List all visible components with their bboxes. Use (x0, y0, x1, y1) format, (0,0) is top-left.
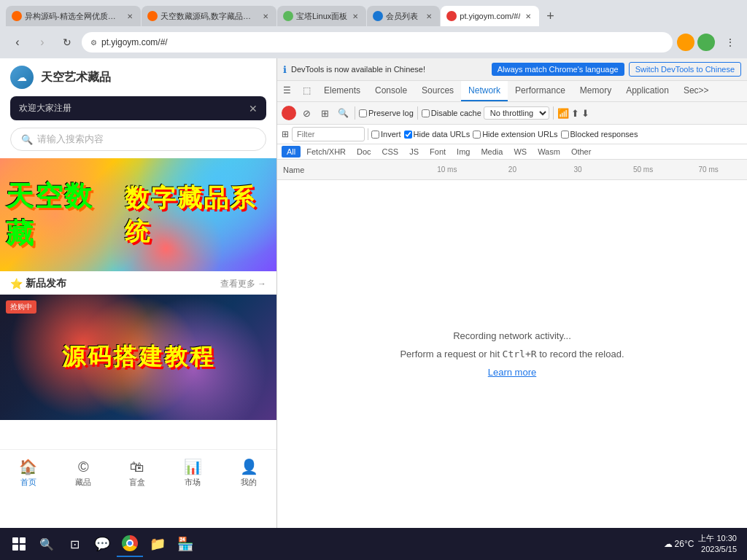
tab-security[interactable]: Sec>> (676, 81, 716, 101)
tab-1[interactable]: 异构源码-精选全网优质站长... ✕ (6, 6, 141, 26)
tab-3[interactable]: 宝塔Linux面板 ✕ (277, 6, 366, 26)
hide-data-checkbox[interactable] (404, 131, 412, 139)
tab-sources[interactable]: Sources (414, 81, 461, 101)
devtools-panel: ℹ DevTools is now available in Chinese! … (277, 58, 747, 528)
tab-title-3: 宝塔Linux面板 (296, 11, 347, 22)
taskbar-chrome[interactable] (117, 531, 143, 557)
filter-icon-btn[interactable]: ⊞ (317, 105, 333, 121)
section-link[interactable]: 查看更多 → (220, 278, 266, 290)
hero-banner: 天空数藏 数字藏品系统 (0, 158, 276, 271)
nav-item-market[interactable]: 📊 市场 (184, 458, 202, 488)
record-button[interactable] (282, 106, 296, 120)
taskbar-store[interactable]: 🏪 (172, 531, 198, 557)
chrome-icon (122, 535, 138, 551)
hide-ext-checkbox-label[interactable]: Hide extension URLs (473, 130, 557, 139)
info-icon: ℹ (283, 64, 287, 75)
reload-button[interactable]: ↻ (57, 32, 77, 52)
taskbar-time: 上午 10:30 (698, 533, 737, 544)
clear-button[interactable]: ⊘ (298, 105, 314, 121)
tab-close-5[interactable]: ✕ (523, 11, 533, 21)
filter-tab-doc[interactable]: Doc (352, 146, 376, 158)
invert-label: Invert (381, 130, 401, 139)
filter-tab-all[interactable]: All (282, 146, 301, 158)
filter-tab-img[interactable]: Img (452, 146, 475, 158)
taskbar-right-area: ☁ 26°C 上午 10:30 2023/5/15 (664, 533, 741, 556)
windows-start-button[interactable] (6, 531, 32, 557)
blind-box-icon: 🛍 (130, 459, 144, 475)
nav-item-profile[interactable]: 👤 我的 (240, 458, 258, 488)
disable-cache-checkbox[interactable] (422, 109, 430, 117)
tab-close-1[interactable]: ✕ (125, 11, 135, 21)
timeline-mark-5: 70 ms (676, 166, 741, 174)
throttling-select[interactable]: No throttling (484, 106, 549, 120)
filter-tab-media[interactable]: Media (476, 146, 508, 158)
preserve-log-checkbox-label[interactable]: Preserve log (359, 109, 414, 117)
taskbar-wechat[interactable]: 💬 (89, 531, 115, 557)
taskbar-clock: 上午 10:30 2023/5/15 (698, 533, 737, 556)
app-logo: ☁ (10, 66, 34, 89)
filter-input[interactable] (292, 127, 365, 141)
new-tab-button[interactable]: + (540, 6, 560, 26)
toolbar-separator-3 (553, 106, 554, 120)
back-button[interactable]: ‹ (7, 32, 28, 52)
extension-icon-1[interactable] (677, 34, 694, 51)
nav-item-home[interactable]: 🏠 首页 (19, 458, 37, 488)
welcome-close-button[interactable]: ✕ (249, 103, 258, 114)
search-icon-btn[interactable]: 🔍 (335, 105, 351, 121)
filter-tab-fetch[interactable]: Fetch/XHR (301, 146, 351, 158)
wifi-icon[interactable]: 📶 (557, 108, 569, 119)
devtools-tab-icon2[interactable]: ⬚ (297, 81, 317, 101)
filter-tab-ws[interactable]: WS (508, 146, 532, 158)
section-header: ⭐ 新品发布 查看更多 → (0, 271, 276, 295)
tab-close-3[interactable]: ✕ (350, 11, 360, 21)
nav-item-collection[interactable]: © 藏品 (75, 459, 91, 488)
extension-icon-2[interactable] (697, 34, 715, 51)
extensions-area (677, 34, 715, 51)
devtools-toolbar: ⊘ ⊞ 🔍 Preserve log Disable cache No thro… (277, 102, 747, 125)
tab-performance[interactable]: Performance (508, 81, 573, 101)
notify-message: DevTools is now available in Chinese! (291, 65, 487, 74)
tab-close-2[interactable]: ✕ (260, 11, 271, 21)
taskbar-weather-widget[interactable]: ☁ 26°C (664, 539, 694, 549)
filter-tab-js[interactable]: JS (404, 146, 424, 158)
search-bar[interactable]: 🔍 请输入搜索内容 (10, 128, 266, 151)
download-icon[interactable]: ⬇ (581, 108, 589, 119)
more-button[interactable]: ⋮ (719, 32, 740, 52)
filter-funnel-icon: ⊞ (282, 129, 289, 139)
tab-network[interactable]: Network (461, 81, 508, 101)
learn-more-link[interactable]: Learn more (488, 367, 536, 378)
filter-tab-wasm[interactable]: Wasm (533, 146, 565, 158)
filter-tab-css[interactable]: CSS (377, 146, 404, 158)
tab-elements[interactable]: Elements (317, 81, 368, 101)
nav-item-blind-box[interactable]: 🛍 盲盒 (129, 459, 145, 488)
filter-tab-font[interactable]: Font (425, 146, 451, 158)
tab-application[interactable]: Application (619, 81, 676, 101)
blocked-checkbox-label[interactable]: Blocked responses (561, 130, 638, 139)
taskbar-search-button[interactable]: 🔍 (34, 531, 60, 557)
taskbar-task-view[interactable]: ⊡ (61, 531, 88, 557)
forward-button[interactable]: › (32, 32, 53, 52)
preserve-log-checkbox[interactable] (359, 109, 367, 117)
devtools-tab-icon1[interactable]: ☰ (277, 81, 297, 101)
hide-ext-checkbox[interactable] (473, 131, 481, 139)
tab-console[interactable]: Console (368, 81, 414, 101)
product-banner: 抢购中 源码搭建教程 (0, 295, 276, 420)
invert-checkbox[interactable] (371, 131, 379, 139)
tab-2[interactable]: 天空数藏源码,数字藏品源码... ✕ (142, 6, 276, 26)
taskbar-file-explorer[interactable]: 📁 (144, 531, 171, 557)
tab-favicon-4 (373, 11, 383, 21)
switch-chinese-button[interactable]: Switch DevTools to Chinese (629, 62, 741, 77)
disable-cache-checkbox-label[interactable]: Disable cache (422, 109, 481, 117)
filter-tab-other[interactable]: Other (566, 146, 597, 158)
match-language-button[interactable]: Always match Chrome's language (492, 63, 624, 76)
hide-data-checkbox-label[interactable]: Hide data URLs (404, 130, 471, 139)
url-bar[interactable]: ⚙ pt.yigoym.com/#/ (82, 32, 673, 52)
main-content-area: ☁ 天空艺术藏品 欢迎大家注册 ✕ 🔍 请输入搜索内容 天空数藏 数字藏品系统 (0, 58, 747, 528)
invert-checkbox-label[interactable]: Invert (371, 130, 401, 139)
tab-4[interactable]: 会员列表 ✕ (367, 6, 440, 26)
tab-5-active[interactable]: pt.yigoym.com/#/ ✕ (441, 6, 539, 26)
tab-close-4[interactable]: ✕ (424, 11, 434, 21)
blocked-checkbox[interactable] (561, 131, 569, 139)
tab-memory[interactable]: Memory (573, 81, 619, 101)
upload-icon[interactable]: ⬆ (571, 108, 579, 119)
